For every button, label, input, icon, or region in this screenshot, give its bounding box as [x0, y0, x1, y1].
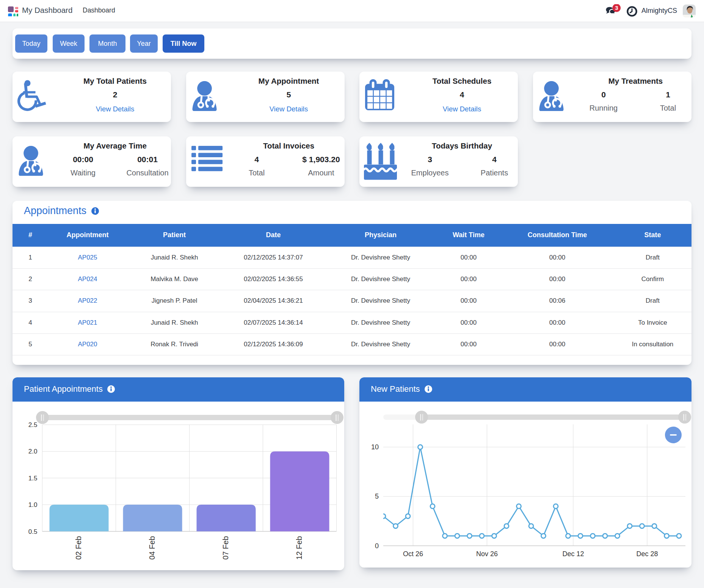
svg-text:Nov 26: Nov 26	[476, 550, 498, 558]
svg-text:02 Feb: 02 Feb	[74, 536, 83, 560]
svg-text:10: 10	[371, 443, 379, 451]
svg-text:1.5: 1.5	[28, 475, 38, 482]
svg-text:2.5: 2.5	[28, 421, 38, 428]
svg-text:5: 5	[375, 493, 379, 500]
svg-text:Dec 28: Dec 28	[636, 550, 658, 558]
svg-text:2.0: 2.0	[28, 448, 38, 455]
svg-text:12 Feb: 12 Feb	[295, 536, 303, 560]
svg-text:1.0: 1.0	[28, 501, 38, 508]
svg-text:07 Feb: 07 Feb	[221, 536, 230, 560]
svg-text:Dec 12: Dec 12	[562, 550, 584, 558]
svg-text:0.5: 0.5	[28, 528, 38, 535]
svg-text:Oct 26: Oct 26	[403, 550, 423, 558]
svg-text:04 Feb: 04 Feb	[148, 536, 156, 560]
svg-text:0: 0	[375, 542, 379, 550]
svg-text:3: 3	[615, 5, 618, 11]
